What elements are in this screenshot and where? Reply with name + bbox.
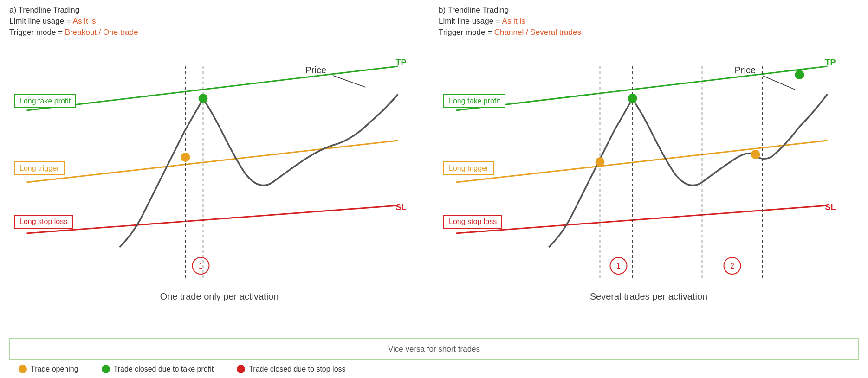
panel-b-limit-value: As it is — [502, 17, 525, 26]
caption-a: One trade only per activation — [9, 291, 429, 302]
panel-a-limit-prefix: Limit line usage = — [9, 17, 73, 26]
take-profit-text-b: Long take profit — [449, 97, 500, 105]
legend-label-1: Trade opening — [31, 365, 78, 373]
label-trigger-b: Long trigger — [443, 161, 494, 175]
chart-b-svg: 1 2 TP SL Price — [439, 38, 859, 289]
vice-versa-text: Vice versa for short trades — [388, 345, 480, 353]
panel-a-trigger-prefix: Trigger mode = — [9, 28, 65, 37]
panel-b-trigger-prefix: Trigger mode = — [439, 28, 494, 37]
label-trigger-a: Long trigger — [14, 161, 65, 175]
trigger-text-a: Long trigger — [19, 164, 59, 172]
svg-line-31 — [763, 76, 795, 90]
charts-row: a) Trendline Trading Limit line usage = … — [9, 5, 859, 334]
label-take-profit-b: Long take profit — [443, 94, 505, 108]
legend-label-3: Trade closed due to stop loss — [249, 365, 345, 373]
svg-point-6 — [181, 153, 190, 162]
main-container: a) Trendline Trading Limit line usage = … — [0, 0, 868, 378]
legend-item-sl: Trade closed due to stop loss — [237, 365, 345, 373]
caption-b: Several trades per activation — [439, 291, 859, 302]
svg-line-0 — [27, 66, 398, 110]
svg-text:TP: TP — [396, 58, 407, 67]
dot-green — [102, 365, 110, 373]
svg-line-1 — [27, 141, 398, 182]
svg-line-13 — [456, 66, 828, 110]
label-stop-loss-b: Long stop loss — [443, 215, 502, 229]
svg-text:SL: SL — [396, 203, 407, 212]
label-take-profit-a: Long take profit — [14, 94, 76, 108]
stop-loss-text-b: Long stop loss — [449, 218, 497, 225]
take-profit-text-a: Long take profit — [19, 97, 71, 105]
svg-point-23 — [751, 150, 760, 159]
panel-a-trigger-value: Breakout / One trade — [65, 28, 138, 37]
trigger-text-b: Long trigger — [449, 164, 488, 172]
legend-item-tp: Trade closed due to take profit — [102, 365, 214, 373]
legend-label-2: Trade closed due to take profit — [114, 365, 214, 373]
label-stop-loss-a: Long stop loss — [14, 215, 73, 229]
dot-red — [237, 365, 245, 373]
bottom-section: Vice versa for short trades Trade openin… — [9, 338, 859, 373]
svg-line-14 — [456, 141, 828, 182]
svg-text:2: 2 — [730, 262, 734, 270]
caption-a-text: One trade only per activation — [160, 291, 279, 301]
svg-point-21 — [795, 70, 804, 79]
panel-a-title-line1: a) Trendline Trading — [9, 6, 79, 14]
svg-line-12 — [333, 76, 366, 87]
svg-text:1: 1 — [199, 262, 203, 270]
chart-panel-a: a) Trendline Trading Limit line usage = … — [9, 5, 429, 292]
svg-text:TP: TP — [825, 58, 836, 67]
chart-panel-b: b) Trendline Trading Limit line usage = … — [439, 5, 859, 292]
svg-point-20 — [628, 94, 637, 103]
panel-b-trigger-value: Channel / Several trades — [494, 28, 581, 37]
caption-b-text: Several trades per activation — [590, 291, 707, 301]
svg-line-15 — [456, 205, 828, 233]
svg-text:1: 1 — [616, 262, 621, 270]
svg-point-22 — [596, 157, 605, 167]
panel-b-title: b) Trendline Trading Limit line usage = … — [439, 5, 859, 38]
svg-text:Price: Price — [735, 65, 756, 75]
dot-orange — [19, 365, 27, 373]
vice-versa-box: Vice versa for short trades — [9, 338, 859, 360]
svg-text:Price: Price — [305, 65, 327, 75]
panel-b-title-line1: b) Trendline Trading — [439, 6, 509, 14]
panel-b-limit-prefix: Limit line usage = — [439, 17, 502, 26]
chart-a-svg: 1 TP SL Price — [9, 38, 429, 289]
legend-item-opening: Trade opening — [19, 365, 78, 373]
panel-a-limit-value: As it is — [73, 17, 96, 26]
svg-point-5 — [199, 94, 208, 103]
panel-a-title: a) Trendline Trading Limit line usage = … — [9, 5, 429, 38]
legend-row: Trade opening Trade closed due to take p… — [9, 365, 859, 373]
stop-loss-text-a: Long stop loss — [19, 218, 67, 225]
svg-text:SL: SL — [825, 203, 836, 212]
svg-line-2 — [27, 205, 398, 233]
chart-b-svg-area: 1 2 TP SL Price Long take profit Long tr… — [439, 38, 859, 289]
chart-a-svg-area: 1 TP SL Price Long take profit Long trig… — [9, 38, 429, 289]
